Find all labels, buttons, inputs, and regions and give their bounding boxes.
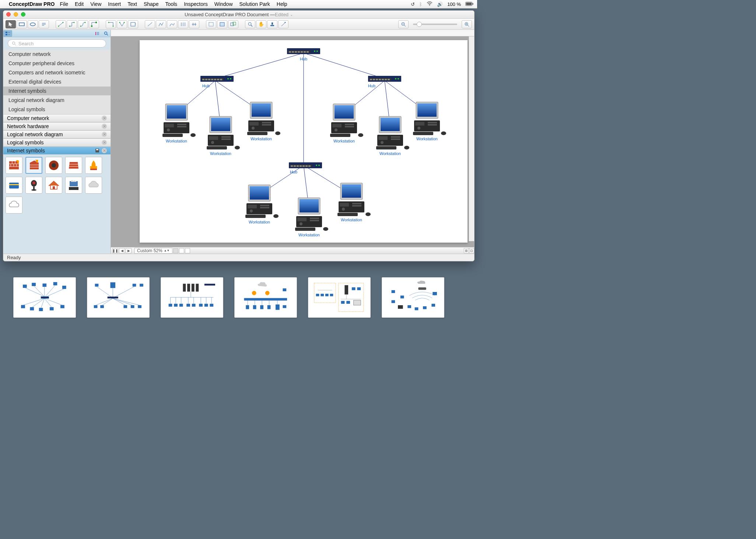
tab-blank[interactable] [12, 30, 21, 37]
pause-icon[interactable]: ❚❚ [112, 248, 118, 253]
line-tool-2[interactable] [156, 20, 166, 28]
shape-webcam[interactable] [25, 177, 42, 194]
history-icon[interactable]: ↺ [411, 1, 415, 7]
titlebar[interactable]: Unsaved ConceptDraw PRO Document — Edite… [3, 11, 474, 19]
menu-help[interactable]: Help [277, 1, 287, 7]
next-page-button[interactable]: ▶ [126, 248, 132, 253]
zoom-out-button[interactable] [398, 20, 409, 28]
open-lib-header[interactable]: Computer network✕ [3, 114, 111, 122]
menu-shape[interactable]: Shape [144, 1, 158, 7]
zoom-in-button[interactable] [462, 20, 472, 28]
select-tool-1[interactable] [206, 20, 216, 28]
thumbnail[interactable] [234, 277, 297, 318]
save-icon[interactable]: ✕ [95, 148, 107, 153]
lib-category[interactable]: Logical network diagram [3, 96, 111, 105]
lib-category[interactable]: Computer network [3, 50, 111, 59]
eyedropper-tool[interactable] [278, 20, 288, 28]
menu-view[interactable]: View [90, 1, 101, 7]
wifi-icon[interactable] [427, 1, 433, 7]
shape-server[interactable] [65, 177, 82, 194]
minimize-button[interactable] [14, 12, 18, 17]
close-button[interactable] [6, 12, 11, 17]
menu-window[interactable]: Window [214, 1, 233, 7]
close-icon[interactable]: ✕ [102, 132, 107, 137]
line-tool-4[interactable] [178, 20, 188, 28]
connector-tool-5[interactable] [106, 20, 116, 28]
menu-file[interactable]: File [60, 1, 68, 7]
vertical-scrollbar[interactable] [469, 36, 474, 241]
volume-icon[interactable]: 🔊 [437, 1, 443, 7]
menu-inspectors[interactable]: Inspectors [184, 1, 208, 7]
bluetooth-icon[interactable]: ᛒ [419, 1, 422, 7]
page-tab-1[interactable] [173, 248, 178, 253]
footer-btn-2[interactable]: ⊡ [469, 248, 474, 253]
maximize-button[interactable] [21, 12, 25, 17]
drawing-page[interactable]: Hub Hub Hub Hub Workstation Workstation … [140, 40, 468, 243]
menu-solution-park[interactable]: Solution Park [239, 1, 270, 7]
select-tool-2[interactable] [217, 20, 227, 28]
lib-category[interactable]: Logical symbols [3, 105, 111, 114]
battery-icon[interactable] [465, 1, 473, 7]
lib-category[interactable]: Computers and network isometric [3, 68, 111, 77]
thumbnail[interactable] [87, 277, 150, 318]
shape-firewall-1[interactable] [6, 157, 22, 174]
connector-tool-1[interactable] [56, 20, 66, 28]
connector-tool-6[interactable] [117, 20, 127, 28]
shape-cloud[interactable] [85, 177, 102, 194]
close-icon[interactable]: ✕ [102, 148, 107, 153]
thumbnail[interactable] [382, 277, 444, 318]
lib-category[interactable]: External digital devices [3, 77, 111, 87]
connector-tool-2[interactable] [67, 20, 77, 28]
select-tool-3[interactable] [228, 20, 238, 28]
connector-tool-4[interactable] [89, 20, 99, 28]
text-tool[interactable] [39, 20, 49, 28]
line-tool-5[interactable] [189, 20, 199, 28]
shape-firewall-2[interactable] [25, 157, 42, 174]
tab-libraries[interactable] [3, 30, 12, 37]
connector-tool-3[interactable] [78, 20, 88, 28]
page-tab-3[interactable] [185, 248, 190, 253]
menu-tools[interactable]: Tools [165, 1, 177, 7]
ellipse-tool[interactable] [28, 20, 38, 28]
hand-tool[interactable]: ✋ [256, 20, 266, 28]
thumbnail[interactable] [161, 277, 223, 318]
footer-btn-1[interactable]: ⊞ [464, 248, 469, 253]
shape-cloud-outline[interactable] [6, 197, 22, 214]
open-lib-header[interactable]: Network hardware✕ [3, 122, 111, 130]
prev-page-button[interactable]: ◀ [119, 248, 125, 253]
line-tool-1[interactable] [145, 20, 155, 28]
lib-category[interactable]: Computer peripheral devices [3, 59, 111, 68]
close-icon[interactable]: ✕ [102, 140, 107, 145]
zoom-slider[interactable] [413, 24, 457, 25]
shape-firewall-flame[interactable] [85, 157, 102, 174]
open-lib-header[interactable]: Logical symbols✕ [3, 138, 111, 147]
shape-card[interactable] [6, 177, 22, 194]
app-name[interactable]: ConceptDraw PRO [9, 1, 55, 7]
tab-search[interactable] [102, 30, 111, 37]
tab-list[interactable] [93, 30, 102, 37]
thumbnail[interactable] [308, 277, 371, 318]
pointer-tool[interactable] [6, 20, 16, 28]
thumbnail[interactable] [13, 277, 76, 318]
open-lib-header[interactable]: Internet symbols✕ [3, 147, 111, 155]
lib-category[interactable]: Internet symbols [3, 87, 111, 96]
zoom-level-select[interactable]: Custom 52%▲▼ [134, 248, 172, 254]
horizontal-ruler[interactable] [111, 30, 474, 36]
stamp-tool[interactable] [267, 20, 277, 28]
canvas-viewport[interactable]: Hub Hub Hub Hub Workstation Workstation … [111, 36, 474, 247]
menu-text[interactable]: Text [127, 1, 137, 7]
zoom-tool[interactable] [245, 20, 255, 28]
line-tool-3[interactable] [167, 20, 177, 28]
close-icon[interactable]: ✕ [102, 116, 107, 121]
menu-insert[interactable]: Insert [108, 1, 121, 7]
title-dropdown-icon[interactable]: ⌄ [290, 13, 293, 17]
page-tab-2[interactable] [179, 248, 184, 253]
shape-firewall-3[interactable] [65, 157, 82, 174]
close-icon[interactable]: ✕ [102, 124, 107, 129]
rect-tool[interactable] [17, 20, 27, 28]
connector-tool-7[interactable] [128, 20, 138, 28]
shape-firewall-round[interactable] [45, 157, 62, 174]
shape-home[interactable] [45, 177, 62, 194]
open-lib-header[interactable]: Logical network diagram✕ [3, 130, 111, 138]
menu-edit[interactable]: Edit [75, 1, 84, 7]
